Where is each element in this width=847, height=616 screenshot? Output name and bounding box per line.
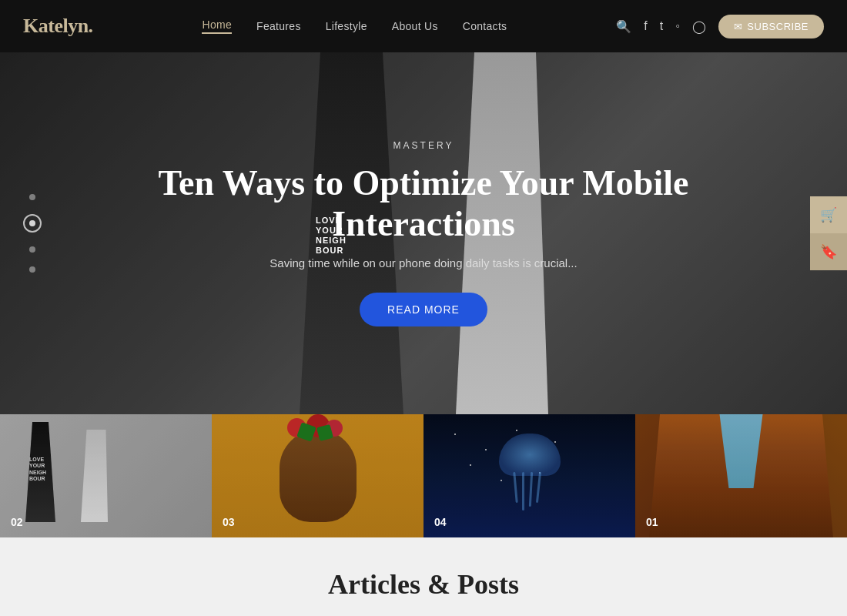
thumb-num-03: 03 xyxy=(223,516,235,528)
thumb-num-04: 04 xyxy=(434,516,447,528)
hero-section: LOVEYOURNEIGHBOUR MASTERY Ten Ways to Op… xyxy=(0,52,847,414)
nav-lifestyle[interactable]: Lifestyle xyxy=(326,20,367,32)
bookmark-icon[interactable]: 🔖 xyxy=(810,233,847,270)
facebook-icon[interactable]: f xyxy=(644,19,647,33)
subscribe-icon: ✉ xyxy=(734,21,743,32)
thumb-num-02: 02 xyxy=(11,516,23,528)
thumbnail-01[interactable]: 01 xyxy=(635,414,847,537)
subscribe-button[interactable]: ✉ SUBSCRIBE xyxy=(718,15,824,38)
dot-2-active[interactable] xyxy=(23,214,42,233)
nav-about[interactable]: About Us xyxy=(392,20,438,32)
thumbnail-02[interactable]: LOVEYOURNEIGHBOUR 02 xyxy=(0,414,212,537)
read-more-button[interactable]: READ MORE xyxy=(360,293,487,326)
dot-4[interactable] xyxy=(29,266,35,273)
thumbnail-04[interactable]: 04 xyxy=(424,414,635,537)
main-nav: Home Features Lifestyle About Us Contact… xyxy=(202,18,507,34)
cart-icon[interactable]: 🛒 xyxy=(810,196,847,233)
side-icons: 🛒 🔖 xyxy=(810,196,847,270)
thumb-num-01: 01 xyxy=(646,516,658,528)
thumbnail-03[interactable]: 03 xyxy=(212,414,424,537)
search-icon[interactable]: 🔍 xyxy=(616,19,631,34)
hero-title: Ten Ways to Optimize Your Mobile Interac… xyxy=(150,163,697,245)
header: Katelyn. Home Features Lifestyle About U… xyxy=(0,0,847,52)
articles-section: Articles & Posts xyxy=(0,537,847,616)
dot-1[interactable] xyxy=(29,194,35,200)
instagram-icon[interactable]: ◦ xyxy=(675,19,680,33)
nav-home[interactable]: Home xyxy=(202,18,232,34)
header-right: 🔍 f t ◦ ◯ ✉ SUBSCRIBE xyxy=(616,15,824,38)
logo: Katelyn. xyxy=(23,15,93,38)
dot-3[interactable] xyxy=(29,246,35,253)
dribbble-icon[interactable]: ◯ xyxy=(692,19,706,34)
slide-dots xyxy=(23,194,42,273)
nav-features[interactable]: Features xyxy=(256,20,301,32)
hero-tag: MASTERY xyxy=(150,140,697,151)
nav-contacts[interactable]: Contacts xyxy=(463,20,507,32)
articles-title: Articles & Posts xyxy=(15,568,832,601)
thumbnail-strip: LOVEYOURNEIGHBOUR 02 03 xyxy=(0,414,847,537)
hero-content: MASTERY Ten Ways to Optimize Your Mobile… xyxy=(135,140,712,327)
twitter-icon[interactable]: t xyxy=(660,19,663,33)
hero-subtitle: Saving time while on our phone doing dai… xyxy=(150,256,697,270)
